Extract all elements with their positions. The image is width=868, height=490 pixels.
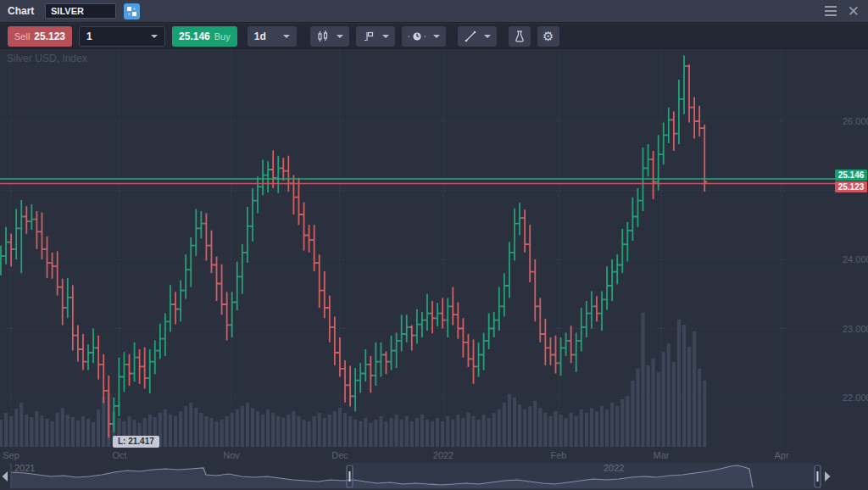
y-axis-label: 24.000: [843, 254, 868, 264]
navigator-right-handle-grip: [817, 471, 819, 482]
y-axis-label: 26.000: [843, 116, 868, 126]
y-axis-label: 23.000: [843, 324, 868, 334]
y-axis-label: 22.000: [843, 393, 868, 403]
x-axis-label: Mar: [654, 450, 670, 460]
x-axis-label: Apr: [774, 450, 788, 460]
navigator-left-handle-grip: [349, 471, 351, 482]
low-marker-badge: L: 21.417: [113, 436, 159, 448]
x-axis-label: 2022: [433, 450, 453, 460]
navigator-year-2022: 2022: [604, 463, 624, 473]
x-axis-label: Feb: [551, 450, 567, 460]
x-axis-label: Oct: [112, 450, 126, 460]
sell-price-badge: 25.123: [835, 181, 867, 192]
x-axis-label: Dec: [331, 450, 348, 460]
navigator-scroll-left-icon[interactable]: [3, 471, 8, 482]
navigator-scroll-right-icon[interactable]: [825, 471, 831, 482]
x-axis-label: Sep: [3, 450, 19, 460]
buy-price-badge: 25.146: [835, 170, 867, 181]
navigator-year-2021: 2021: [14, 463, 35, 473]
price-chart-canvas[interactable]: [0, 0, 868, 490]
chart-window: Chart ✕ Sell 25.123 1 25.146 Buy: [0, 0, 868, 490]
instrument-watermark: Silver USD, Index: [7, 53, 87, 64]
x-axis-label: Nov: [223, 450, 240, 460]
